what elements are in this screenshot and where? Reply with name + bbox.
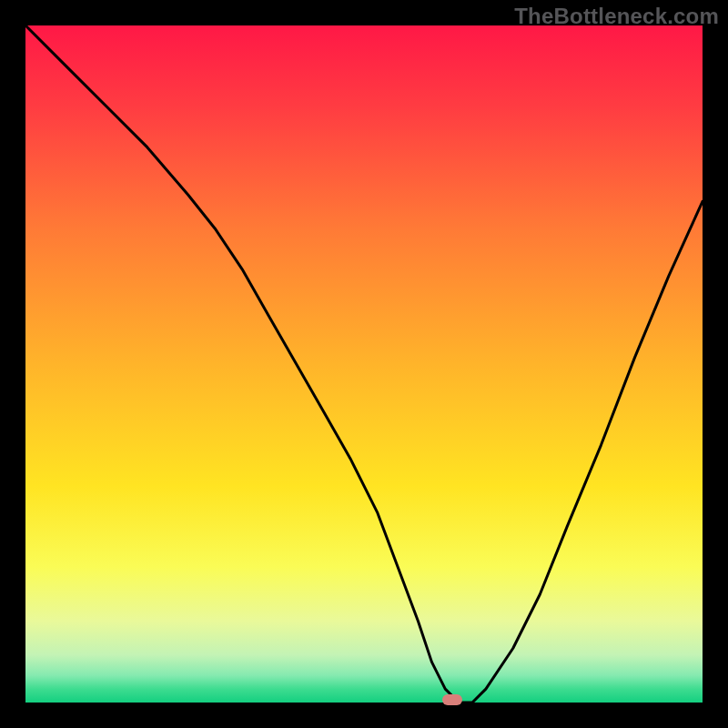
plot-svg — [25, 25, 703, 703]
optimal-point-marker — [442, 694, 462, 705]
bottleneck-chart: TheBottleneck.com — [0, 0, 728, 728]
plot-area — [25, 25, 703, 703]
